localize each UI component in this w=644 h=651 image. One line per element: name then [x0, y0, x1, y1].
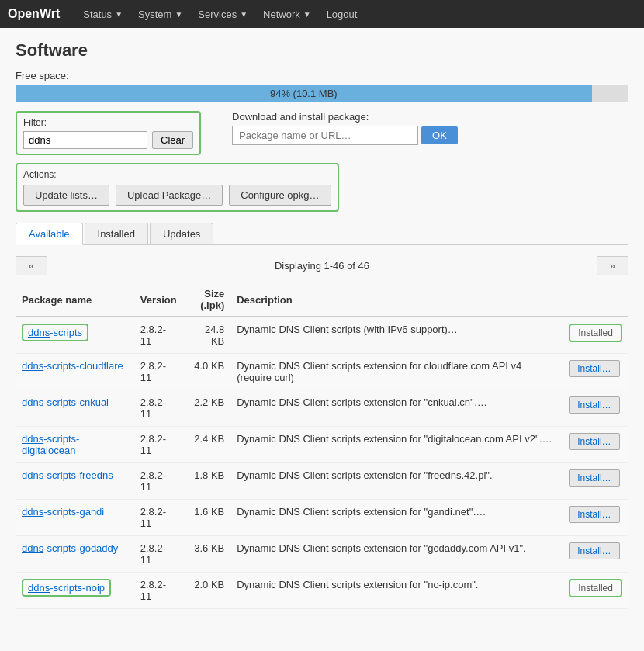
tab-updates[interactable]: Updates	[150, 223, 213, 244]
actions-label: Actions:	[23, 169, 331, 180]
clear-button[interactable]: Clear	[152, 131, 193, 149]
package-name-cell: ddns-scripts-godaddy	[16, 536, 134, 573]
package-name-link[interactable]: ddns-scripts-digitalocean	[22, 433, 79, 456]
package-name-cell: ddns-scripts-freedns	[16, 463, 134, 500]
package-table: Package nameVersionSize(.ipk)Description…	[16, 283, 628, 609]
pagination-info: Displaying 1-46 of 46	[275, 260, 369, 272]
package-name-cell: ddns-scripts-noip	[16, 573, 134, 609]
tab-available[interactable]: Available	[16, 223, 83, 245]
action-button-1[interactable]: Upload Package…	[116, 185, 223, 206]
install-button[interactable]: Install…	[569, 469, 619, 487]
package-size-cell: 1.8 KB	[183, 463, 230, 500]
table-header: Package nameVersionSize(.ipk)Description	[16, 283, 628, 317]
table-col-4	[563, 283, 628, 317]
package-size-cell: 3.6 KB	[183, 536, 230, 573]
nav-item-services[interactable]: Services▼	[190, 0, 255, 28]
actions-section: Actions: Update lists…Upload Package…Con…	[16, 163, 339, 212]
page-title: Software	[16, 40, 628, 61]
ok-button[interactable]: OK	[421, 126, 458, 144]
pagination-row: « Displaying 1-46 of 46 »	[16, 256, 628, 275]
chevron-down-icon: ▼	[115, 10, 123, 19]
tabs: AvailableInstalledUpdates	[16, 223, 628, 245]
package-description-cell: Dynamic DNS Client scripts extension for…	[230, 500, 563, 536]
package-description-cell: Dynamic DNS Client scripts extension for…	[230, 463, 563, 500]
package-description-cell: Dynamic DNS Client scripts extension for…	[230, 354, 563, 390]
package-name-cell: ddns-scripts-digitalocean	[16, 427, 134, 463]
package-name-link[interactable]: ddns-scripts-cnkuai	[22, 396, 109, 408]
package-description-cell: Dynamic DNS Client scripts extension for…	[230, 573, 563, 609]
nav-item-network[interactable]: Network▼	[255, 0, 319, 28]
filter-label: Filter:	[23, 117, 193, 128]
download-input-row: OK	[232, 126, 458, 145]
package-name-link[interactable]: ddns-scripts	[22, 324, 88, 341]
table-body: ddns-scripts2.8.2-1124.8 KBDynamic DNS C…	[16, 317, 628, 609]
download-input[interactable]	[232, 126, 418, 145]
package-size-cell: 1.6 KB	[183, 500, 230, 536]
package-action-cell: Installed	[563, 317, 628, 354]
action-button-2[interactable]: Configure opkg…	[229, 185, 331, 206]
ddns-underline: ddns	[22, 433, 43, 445]
chevron-down-icon: ▼	[303, 10, 311, 19]
install-button[interactable]: Install…	[569, 360, 619, 377]
ddns-underline: ddns	[28, 327, 50, 338]
nav-item-status[interactable]: Status▼	[75, 0, 130, 28]
table-row: ddns-scripts-godaddy2.8.2-113.6 KBDynami…	[16, 536, 628, 573]
package-size-cell: 2.0 KB	[183, 573, 230, 609]
table-col-3: Description	[230, 283, 563, 317]
package-name-link[interactable]: ddns-scripts-noip	[22, 579, 111, 597]
prev-page-button[interactable]: «	[16, 256, 47, 275]
package-size-cell: 4.0 KB	[183, 354, 230, 390]
package-action-cell: Install…	[563, 536, 628, 573]
ddns-underline: ddns	[22, 469, 43, 481]
package-name-link[interactable]: ddns-scripts-gandi	[22, 506, 104, 518]
table-row: ddns-scripts-cloudflare2.8.2-114.0 KBDyn…	[16, 354, 628, 390]
install-button[interactable]: Install…	[569, 506, 619, 523]
package-name-link[interactable]: ddns-scripts-cloudflare	[22, 360, 123, 372]
package-size-cell: 2.2 KB	[183, 390, 230, 427]
tab-installed[interactable]: Installed	[85, 223, 148, 244]
action-button-0[interactable]: Update lists…	[23, 185, 109, 206]
package-version-cell: 2.8.2-11	[134, 390, 184, 427]
next-page-button[interactable]: »	[597, 256, 628, 275]
package-version-cell: 2.8.2-11	[134, 573, 184, 609]
table-col-1: Version	[134, 283, 184, 317]
package-name-cell: ddns-scripts-gandi	[16, 500, 134, 536]
package-name-link[interactable]: ddns-scripts-godaddy	[22, 542, 118, 554]
table-col-0: Package name	[16, 283, 134, 317]
install-button[interactable]: Install…	[569, 542, 619, 559]
filter-input-row: Clear	[23, 131, 193, 149]
package-version-cell: 2.8.2-11	[134, 463, 184, 500]
ddns-underline: ddns	[22, 360, 43, 372]
main-content: Software Free space: 94% (10.1 MB) Filte…	[0, 28, 644, 622]
table-row: ddns-scripts2.8.2-1124.8 KBDynamic DNS C…	[16, 317, 628, 354]
package-action-cell: Install…	[563, 500, 628, 536]
actions-buttons: Update lists…Upload Package…Configure op…	[23, 185, 331, 206]
package-size-cell: 2.4 KB	[183, 427, 230, 463]
table-header-row: Package nameVersionSize(.ipk)Description	[16, 283, 628, 317]
table-row: ddns-scripts-freedns2.8.2-111.8 KBDynami…	[16, 463, 628, 500]
ddns-underline: ddns	[28, 582, 50, 594]
package-name-cell: ddns-scripts	[16, 317, 134, 354]
package-version-cell: 2.8.2-11	[134, 500, 184, 536]
installed-badge: Installed	[569, 324, 622, 342]
installed-badge: Installed	[569, 579, 622, 597]
download-section: Download and install package: OK	[232, 111, 458, 145]
package-version-cell: 2.8.2-11	[134, 427, 184, 463]
package-size-cell: 24.8 KB	[183, 317, 230, 354]
package-description-cell: Dynamic DNS Client scripts extension for…	[230, 390, 563, 427]
package-name-link[interactable]: ddns-scripts-freedns	[22, 469, 113, 481]
ddns-underline: ddns	[22, 506, 43, 518]
package-description-cell: Dynamic DNS Client scripts extension for…	[230, 427, 563, 463]
filter-box: Filter: Clear	[16, 111, 201, 155]
chevron-down-icon: ▼	[240, 10, 248, 19]
table-row: ddns-scripts-gandi2.8.2-111.6 KBDynamic …	[16, 500, 628, 536]
nav-item-logout[interactable]: Logout	[319, 0, 365, 28]
ddns-underline: ddns	[22, 542, 43, 554]
install-button[interactable]: Install…	[569, 396, 619, 414]
brand-logo[interactable]: OpenWrt	[8, 7, 60, 21]
table-row: ddns-scripts-cnkuai2.8.2-112.2 KBDynamic…	[16, 390, 628, 427]
nav-item-system[interactable]: System▼	[130, 0, 190, 28]
install-button[interactable]: Install…	[569, 433, 619, 450]
progress-text: 94% (10.1 MB)	[270, 88, 338, 99]
filter-input[interactable]	[23, 131, 147, 149]
